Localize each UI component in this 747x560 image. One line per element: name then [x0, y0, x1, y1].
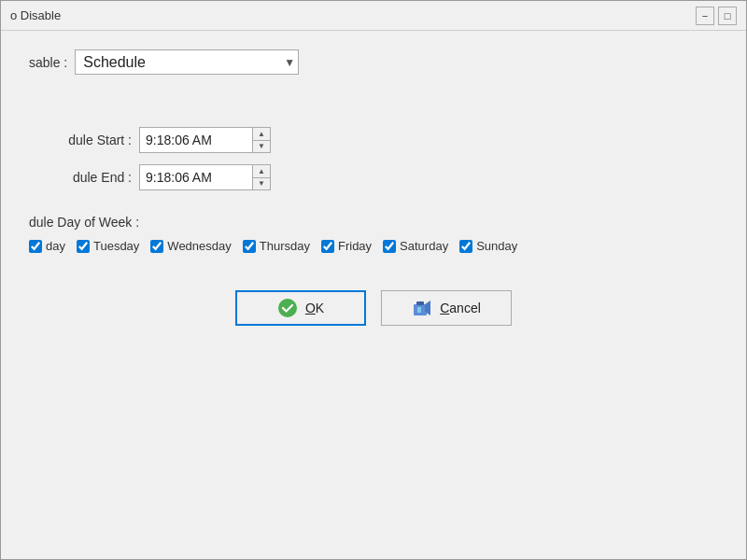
- checkbox-thursday-label: Thursday: [260, 239, 310, 253]
- checkbox-item-tuesday[interactable]: Tuesday: [77, 239, 139, 253]
- schedule-end-input-container: ▲ ▼: [139, 164, 271, 190]
- checkbox-tuesday[interactable]: [77, 240, 90, 253]
- button-row: OK Cancel: [29, 290, 718, 326]
- schedule-start-up-button[interactable]: ▲: [253, 128, 270, 141]
- main-window: o Disable − □ sable : Schedule Always Ne…: [0, 0, 747, 560]
- checkbox-item-sunday[interactable]: Sunday: [459, 239, 517, 253]
- checkbox-tuesday-label: Tuesday: [93, 239, 139, 253]
- cancel-button[interactable]: Cancel: [381, 290, 512, 326]
- checkbox-monday-label: day: [46, 239, 65, 253]
- checkbox-sunday-label: Sunday: [476, 239, 517, 253]
- checkbox-friday-label: Friday: [338, 239, 372, 253]
- checkbox-friday[interactable]: [321, 240, 334, 253]
- checkbox-item-thursday[interactable]: Thursday: [243, 239, 310, 253]
- schedule-end-label: dule End :: [29, 170, 132, 185]
- schedule-start-down-button[interactable]: ▼: [253, 141, 270, 153]
- schedule-end-row: dule End : ▲ ▼: [29, 164, 718, 190]
- day-of-week-label: dule Day of Week :: [29, 215, 718, 230]
- schedule-end-up-button[interactable]: ▲: [253, 165, 270, 178]
- checkmark-icon: [277, 298, 298, 318]
- dialog-content: sable : Schedule Always Never ▼ dule Sta…: [1, 31, 746, 559]
- schedule-start-input[interactable]: [140, 128, 252, 152]
- cancel-label: Cancel: [440, 301, 481, 315]
- checkbox-wednesday-label: Wednesday: [167, 239, 231, 253]
- maximize-button[interactable]: □: [718, 7, 737, 25]
- svg-rect-3: [417, 307, 421, 313]
- disable-select[interactable]: Schedule Always Never: [75, 49, 299, 75]
- cancel-icon: [412, 298, 432, 318]
- ok-label: OK: [305, 301, 324, 315]
- schedule-start-label: dule Start :: [29, 133, 132, 147]
- svg-rect-2: [416, 301, 424, 305]
- checkbox-thursday[interactable]: [243, 240, 256, 253]
- checkbox-saturday-label: Saturday: [400, 239, 448, 253]
- checkbox-sunday[interactable]: [459, 240, 472, 253]
- schedule-end-down-button[interactable]: ▼: [253, 178, 270, 190]
- minimize-button[interactable]: −: [696, 7, 714, 25]
- days-of-week-checkboxes: day Tuesday Wednesday Thursday Friday Sa…: [29, 239, 718, 253]
- checkbox-item-monday[interactable]: day: [29, 239, 65, 253]
- checkbox-monday[interactable]: [29, 240, 42, 253]
- checkbox-item-wednesday[interactable]: Wednesday: [150, 239, 231, 253]
- checkbox-wednesday[interactable]: [150, 240, 163, 253]
- schedule-start-spinner: ▲ ▼: [252, 128, 270, 152]
- schedule-start-row: dule Start : ▲ ▼: [29, 127, 718, 153]
- ok-button[interactable]: OK: [235, 290, 366, 326]
- window-title: o Disable: [10, 8, 61, 22]
- disable-row: sable : Schedule Always Never ▼: [29, 49, 718, 75]
- checkbox-saturday[interactable]: [383, 240, 396, 253]
- checkbox-item-friday[interactable]: Friday: [321, 239, 372, 253]
- title-bar: o Disable − □: [1, 1, 746, 31]
- schedule-end-input[interactable]: [140, 165, 252, 189]
- svg-point-0: [278, 299, 297, 317]
- schedule-end-spinner: ▲ ▼: [252, 165, 270, 189]
- title-bar-controls: − □: [696, 7, 737, 25]
- disable-label: sable :: [29, 55, 67, 70]
- disable-dropdown-container: Schedule Always Never ▼: [75, 49, 299, 75]
- checkbox-item-saturday[interactable]: Saturday: [383, 239, 448, 253]
- schedule-start-input-container: ▲ ▼: [139, 127, 271, 153]
